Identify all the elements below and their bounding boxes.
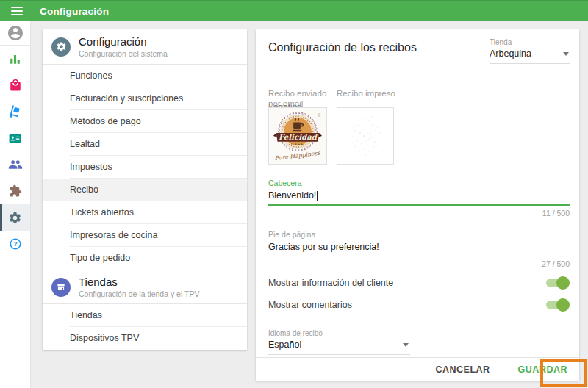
store-icon [51, 278, 71, 297]
menu-item-impresoras-de-cocina[interactable]: Impresoras de cocina [43, 224, 247, 247]
printed-receipt-logo[interactable] [337, 107, 394, 165]
email-receipt-column-label: Recibo enviado por email [268, 88, 339, 109]
header-field-counter: 11 / 500 [268, 209, 570, 218]
menu-item-tiendas[interactable]: Tiendas [43, 304, 247, 327]
footer-field-label: Pie de página [268, 230, 570, 239]
text-cursor [317, 191, 318, 201]
app-bar-title: Configuración [40, 6, 109, 17]
show-customer-info-row: Mostrar información del cliente [268, 275, 570, 291]
footer-field-value[interactable]: Gracias por su preferencia! [268, 242, 570, 256]
store-select[interactable]: Tienda Arbequina [490, 38, 570, 64]
account-icon[interactable] [0, 21, 30, 46]
reports-icon[interactable] [0, 46, 30, 72]
menu-item-facturacion[interactable]: Facturación y suscripciones [43, 87, 247, 110]
menu-icon[interactable] [11, 7, 23, 15]
employees-icon[interactable] [0, 125, 30, 151]
gear-icon [51, 37, 71, 57]
settings-menu-panel: Configuración Configuración del sistema … [43, 29, 247, 350]
email-receipt-logo[interactable]: ® Felicidad CAFE Pure Happiness [268, 107, 327, 165]
header-field-label: Cabecera [268, 179, 570, 187]
menu-item-impuestos[interactable]: Impuestos [43, 156, 247, 179]
logo-brand-text: Felicidad [279, 132, 318, 141]
menu-item-funciones[interactable]: Funciones [43, 65, 247, 87]
menu-item-dispositivos-tpv[interactable]: Dispositivos TPV [43, 327, 247, 350]
menu-item-lealtad[interactable]: Lealtad [43, 133, 247, 156]
chevron-down-icon [403, 343, 409, 347]
receipt-settings-panel: Configuración de los recibos Tienda Arbe… [256, 29, 579, 381]
show-customer-info-label: Mostrar información del cliente [268, 278, 393, 288]
receipt-language-label: Idioma de recibo [268, 329, 410, 337]
footer-field[interactable]: Pie de página Gracias por su preferencia… [268, 230, 570, 268]
action-bar: CANCELAR GUARDAR [256, 357, 579, 381]
store-select-label: Tienda [490, 38, 570, 46]
top-app-bar: Configuración [0, 0, 588, 21]
header-field[interactable]: Cabecera Bienvenido! 11 / 500 [268, 179, 570, 218]
logo-subtitle-text: CAFE [291, 143, 304, 146]
customers-icon[interactable] [0, 151, 30, 178]
footer-field-counter: 27 / 500 [268, 259, 570, 268]
receipt-language-select[interactable]: Idioma de recibo Español [268, 329, 410, 355]
show-customer-info-toggle[interactable] [546, 279, 568, 287]
printed-receipt-column-label: Recibo impreso [337, 88, 417, 98]
show-comments-label: Mostrar comentarios [268, 300, 352, 310]
inventory-icon[interactable] [0, 98, 30, 125]
settings-section-subtitle: Configuración del sistema [79, 49, 168, 58]
help-icon[interactable]: ? [0, 231, 30, 257]
nav-rail: ? [0, 21, 31, 388]
stores-section-title: Tiendas [79, 276, 199, 288]
stores-section-subtitle: Configuración de la tienda y el TPV [79, 290, 199, 298]
show-comments-toggle[interactable] [546, 301, 568, 309]
svg-text:?: ? [13, 241, 17, 248]
logo-tagline-text: Pure Happiness [274, 149, 321, 162]
settings-section-title: Configuración [79, 35, 168, 48]
header-field-value[interactable]: Bienvenido! [268, 190, 570, 206]
apps-icon[interactable] [0, 178, 30, 204]
stores-section-header: Tiendas Configuración de la tienda y el … [43, 270, 247, 304]
menu-item-tipo-de-pedido[interactable]: Tipo de pedido [43, 247, 247, 270]
registered-mark: ® [318, 113, 321, 118]
settings-section-header: Configuración Configuración del sistema [43, 29, 247, 65]
receipt-language-value: Español [268, 340, 301, 350]
menu-item-metodos-de-pago[interactable]: Métodos de pago [43, 110, 247, 133]
items-icon[interactable] [0, 72, 30, 98]
cancel-button[interactable]: CANCELAR [429, 360, 495, 379]
page-title: Configuración de los recibos [268, 41, 417, 54]
menu-item-recibo[interactable]: Recibo [43, 179, 247, 201]
show-comments-row: Mostrar comentarios [268, 297, 570, 313]
store-select-value: Arbequina [490, 48, 531, 59]
chevron-down-icon [563, 52, 569, 56]
settings-icon[interactable] [0, 204, 30, 231]
save-button[interactable]: GUARDAR [512, 360, 573, 379]
menu-item-tickets-abiertos[interactable]: Tickets abiertos [43, 201, 247, 224]
